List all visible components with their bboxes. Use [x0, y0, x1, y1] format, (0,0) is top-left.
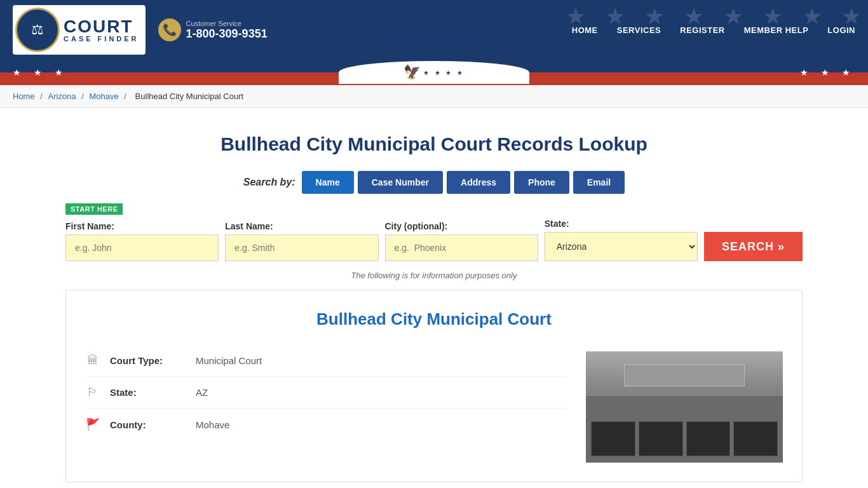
eagle-banner: 🦅 ★ ★ ★ ★ [339, 61, 529, 84]
breadcrumb-sep-2: / [81, 92, 86, 101]
window-2 [639, 421, 683, 456]
customer-service-text: Customer Service 1-800-309-9351 [186, 20, 268, 41]
window-3 [686, 421, 731, 456]
banner-stars-inline: ★ ★ ★ ★ [423, 69, 465, 76]
last-name-input[interactable] [225, 234, 378, 261]
nav-services[interactable]: SERVICES [617, 25, 661, 35]
county-label-text: County: [110, 419, 186, 430]
search-form-area: START HERE First Name: Last Name: City (… [65, 203, 803, 261]
main-content: Bullhead City Municipal Court Records Lo… [53, 108, 815, 488]
building-icon: 🏛 [85, 354, 100, 367]
first-name-group: First Name: [65, 221, 219, 261]
phone-icon: 📞 [158, 18, 181, 41]
building-facade [586, 351, 783, 463]
tab-email[interactable]: Email [573, 171, 625, 194]
state-label-text: State: [110, 387, 186, 398]
breadcrumb-arizona[interactable]: Arizona [48, 92, 76, 101]
state-group: State: Arizona Alabama Alaska California… [545, 219, 698, 261]
first-name-label: First Name: [65, 221, 219, 231]
logo-case-finder-text: CASE FINDER [64, 36, 139, 43]
state-select[interactable]: Arizona Alabama Alaska California Colora… [545, 232, 698, 261]
window-4 [733, 421, 778, 456]
court-info-card: Bullhead City Municipal Court 🏛 Court Ty… [65, 290, 803, 482]
tab-case-number[interactable]: Case Number [358, 171, 443, 194]
customer-service-label: Customer Service [186, 20, 268, 27]
customer-service: 📞 Customer Service 1-800-309-9351 [158, 18, 268, 41]
search-by-row: Search by: Name Case Number Address Phon… [65, 171, 803, 194]
site-logo[interactable]: ⚖ COURT CASE FINDER [13, 5, 146, 55]
county-value: Mohave [196, 419, 229, 430]
tab-phone[interactable]: Phone [514, 171, 569, 194]
header-left: ⚖ COURT CASE FINDER 📞 Customer Service 1… [13, 5, 268, 55]
city-group: City (optional): [385, 221, 538, 261]
breadcrumb-sep-1: / [40, 92, 44, 101]
court-detail-state: 🏳 State: AZ [85, 377, 567, 409]
court-type-label: Court Type: [110, 355, 186, 366]
breadcrumb-mohave[interactable]: Mohave [89, 92, 118, 101]
emblem-icon: ⚖ [31, 22, 44, 38]
banner-stars-left: ★ ★ ★ [13, 67, 68, 78]
start-here-badge: START HERE [65, 203, 123, 215]
banner-stars-right: ★ ★ ★ [800, 67, 855, 78]
form-fields-row: First Name: Last Name: City (optional): … [65, 219, 803, 261]
court-detail-county: 🚩 County: Mohave [85, 409, 567, 440]
tab-address[interactable]: Address [447, 171, 510, 194]
last-name-label: Last Name: [225, 221, 378, 231]
state-label: State: [545, 219, 698, 229]
building-sign [624, 364, 745, 386]
site-header: ⚖ COURT CASE FINDER 📞 Customer Service 1… [0, 0, 868, 60]
windows-row [591, 421, 778, 456]
info-note: The following is for information purpose… [65, 271, 803, 280]
nav-member-help[interactable]: MEMBER HELP [744, 25, 809, 35]
breadcrumb: Home / Arizona / Mohave / Bullhead City … [0, 85, 868, 108]
main-nav: HOME SERVICES REGISTER MEMBER HELP LOGIN [572, 25, 855, 35]
nav-login[interactable]: LOGIN [827, 25, 855, 35]
page-title: Bullhead City Municipal Court Records Lo… [65, 133, 803, 155]
court-details-row: 🏛 Court Type: Municipal Court 🏳 State: A… [85, 345, 783, 463]
breadcrumb-home[interactable]: Home [13, 92, 35, 101]
court-building-image [586, 351, 783, 463]
court-details-list: 🏛 Court Type: Municipal Court 🏳 State: A… [85, 345, 567, 440]
logo-emblem: ⚖ [15, 8, 60, 52]
search-button[interactable]: SEARCH » [704, 232, 803, 261]
court-info-title: Bullhead City Municipal Court [85, 309, 783, 329]
customer-service-phone: 1-800-309-9351 [186, 27, 268, 40]
state-icon: 🏳 [85, 386, 100, 399]
first-name-input[interactable] [65, 234, 219, 261]
state-value: AZ [196, 387, 208, 398]
breadcrumb-sep-3: / [124, 92, 128, 101]
window-1 [591, 421, 635, 456]
city-label: City (optional): [385, 221, 538, 231]
search-button-text: SEARCH » [722, 240, 785, 254]
search-by-label: Search by: [243, 177, 295, 188]
tab-name[interactable]: Name [302, 171, 354, 194]
eagle-icon: 🦅 [403, 64, 421, 81]
city-input[interactable] [385, 234, 538, 261]
court-type-value: Municipal Court [196, 355, 262, 366]
logo-court-text: COURT [64, 18, 139, 36]
patriotic-banner: ★ ★ ★ 🦅 ★ ★ ★ ★ ★ ★ ★ [0, 60, 868, 85]
county-icon: 🚩 [85, 417, 100, 431]
breadcrumb-current: Bullhead City Municipal Court [135, 92, 244, 101]
logo-text: COURT CASE FINDER [60, 18, 139, 43]
nav-register[interactable]: REGISTER [680, 25, 724, 35]
nav-home[interactable]: HOME [572, 25, 598, 35]
court-detail-type: 🏛 Court Type: Municipal Court [85, 345, 567, 377]
last-name-group: Last Name: [225, 221, 378, 261]
